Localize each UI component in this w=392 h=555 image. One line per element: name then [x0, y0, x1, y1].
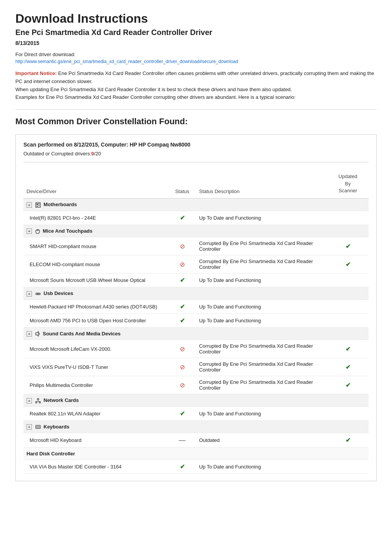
status-check-icon: ✔ [345, 382, 350, 388]
status-cell: ⊘ [168, 255, 196, 273]
status-block-icon: ⊘ [180, 364, 185, 370]
svg-rect-8 [36, 293, 40, 295]
svg-rect-2 [38, 203, 40, 204]
description-cell: Up To Date and Functioning [196, 273, 327, 287]
status-check-icon: ✔ [345, 261, 350, 268]
category-name: Usb Devices [43, 290, 73, 296]
svg-rect-23 [39, 426, 40, 427]
outdated-text: Outdated or Corrupted drivers:9/20 [23, 151, 369, 157]
status-check-icon: ✔ [345, 243, 350, 250]
status-cell: ⊘ [168, 237, 196, 255]
category-name: Motherboards [43, 202, 77, 207]
driver-subtitle: Ene Pci Smartmedia Xd Card Reader Contro… [15, 28, 377, 37]
status-cell: ✔ [168, 460, 196, 474]
status-block-icon: ⊘ [180, 243, 185, 250]
category-row: + Motherboards [23, 198, 369, 211]
status-check-icon: ✔ [180, 463, 185, 470]
status-check-icon: ✔ [180, 410, 185, 417]
status-cell: ✔ [168, 313, 196, 327]
table-row: Mcrosoft Souris Mcrosoft USB Wheel Mouse… [23, 273, 369, 287]
svg-rect-25 [38, 427, 38, 428]
table-row: Intel(R) 82801 PCI-bro - 244E ✔ Up To Da… [23, 211, 369, 225]
description-cell: Up To Date and Functioning [196, 211, 327, 225]
category-name: Keyboards [43, 424, 69, 430]
status-check-icon: ✔ [345, 346, 350, 352]
device-name: Realtek 802.11n WLAN Adapter [23, 407, 168, 420]
category-row: + Sound Cards And Media Devices [23, 327, 369, 340]
device-name: Intel(R) 82801 PCI-bro - 244E [23, 211, 168, 225]
category-label: + Keyboards [23, 420, 369, 433]
table-row: ELECOM HID-compliant mouse ⊘ Corrupted B… [23, 255, 369, 273]
updated-cell: ✔ [327, 237, 369, 255]
svg-rect-9 [37, 293, 38, 295]
status-check-icon: ✔ [180, 277, 185, 283]
svg-rect-1 [37, 203, 38, 205]
category-row: + Mice And Touchpads [23, 225, 369, 237]
table-row: VIA VIA Bus Master IDE Controller - 3164… [23, 460, 369, 474]
direct-link-label: For Direct driver download: [15, 52, 377, 57]
status-check-icon: ✔ [345, 437, 350, 443]
expand-icon[interactable]: + [27, 398, 32, 403]
updated-cell: ✔ [327, 358, 369, 376]
status-cell: ⊘ [168, 340, 196, 358]
category-label: + Mice And Touchpads [23, 225, 369, 237]
notice-text3: Examples for Ene Pci Smartmedia Xd Card … [15, 93, 377, 102]
divider [15, 109, 377, 110]
device-name: Mcrosoft Mcrosoft LifeCam VX-2000. [23, 340, 168, 358]
status-cell: ✔ [168, 211, 196, 225]
outdated-count: 9 [91, 151, 94, 157]
status-cell: — [168, 433, 196, 448]
table-header-row: Device/Driver Status Status Description … [23, 162, 369, 198]
svg-rect-3 [38, 205, 40, 206]
device-name: Mcrosoft HID Keyboard [23, 433, 168, 448]
col-updated: Updated By Scanner [327, 162, 369, 198]
notice-label: Important Notice: [15, 70, 57, 76]
col-status: Status [168, 162, 196, 198]
svg-rect-10 [38, 293, 39, 295]
expand-icon[interactable]: + [27, 424, 32, 430]
status-block-icon: ⊘ [180, 382, 185, 388]
expand-icon[interactable]: + [27, 331, 32, 337]
outdated-suffix: /20 [94, 151, 101, 157]
category-label: + Usb Devices [23, 287, 369, 300]
category-row: + Network Cards [23, 394, 369, 407]
svg-rect-26 [39, 427, 40, 428]
status-check-icon: ✔ [180, 215, 185, 221]
col-description: Status Description [196, 162, 327, 198]
description-cell: Corrupted By Ene Pci Smartmedia Xd Card … [196, 376, 327, 394]
svg-point-12 [37, 398, 39, 400]
status-block-icon: ⊘ [180, 261, 185, 268]
table-row: SMART HID-compliant mouse ⊘ Corrupted By… [23, 237, 369, 255]
category-row: + Keyboards [23, 420, 369, 433]
scan-box: Scan performed on 8/12/2015, Computer: H… [15, 134, 377, 481]
description-cell: Corrupted By Ene Pci Smartmedia Xd Card … [196, 255, 327, 273]
device-name: Mcrosoft Souris Mcrosoft USB Wheel Mouse… [23, 273, 168, 287]
svg-rect-24 [37, 427, 37, 428]
updated-cell [327, 211, 369, 225]
expand-icon[interactable]: + [27, 228, 32, 234]
expand-icon[interactable]: + [27, 291, 32, 297]
expand-icon[interactable]: + [27, 202, 32, 208]
table-row: Hewlett-Packard HP Photosmart A430 serie… [23, 300, 369, 313]
category-row: Hard Disk Controller [23, 448, 369, 460]
subcategory-name: Hard Disk Controller [27, 451, 75, 457]
description-cell: Up To Date and Functioning [196, 460, 327, 474]
subcategory-label: Hard Disk Controller [23, 448, 369, 460]
status-block-icon: ⊘ [180, 346, 185, 352]
status-cell: ✔ [168, 407, 196, 420]
table-row: Realtek 802.11n WLAN Adapter ✔ Up To Dat… [23, 407, 369, 420]
page-date: 8/13/2015 [15, 40, 377, 46]
svg-rect-20 [36, 425, 40, 428]
updated-cell: ✔ [327, 376, 369, 394]
status-cell: ⊘ [168, 376, 196, 394]
col-device: Device/Driver [23, 162, 168, 198]
device-name: Philips Multimedia Controller [23, 376, 168, 394]
direct-link-url[interactable]: http://www.semantic.gs/ene_pci_smartmedi… [15, 59, 238, 64]
status-check-icon: ✔ [180, 317, 185, 324]
table-row: Mcrosoft HID Keyboard — Outdated ✔ [23, 433, 369, 448]
updated-cell [327, 460, 369, 474]
updated-cell [327, 273, 369, 287]
updated-cell: ✔ [327, 433, 369, 448]
table-row: Philips Multimedia Controller ⊘ Corrupte… [23, 376, 369, 394]
category-name: Mice And Touchpads [43, 228, 92, 234]
